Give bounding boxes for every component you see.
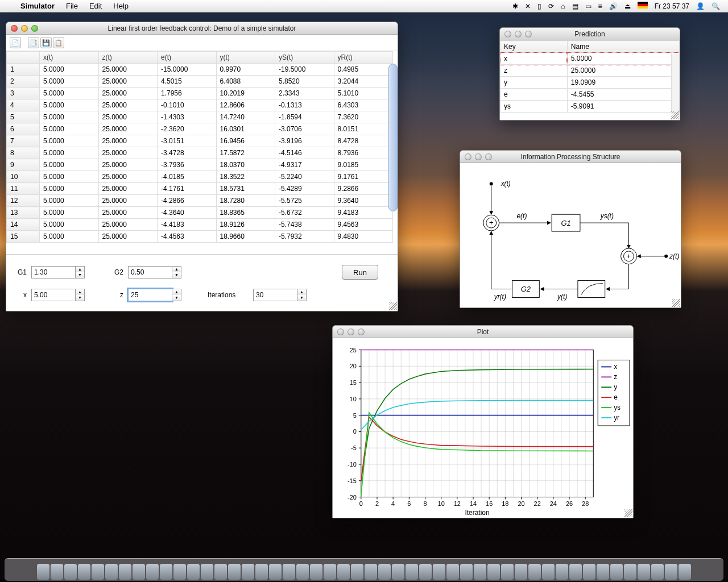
dock-item[interactable] xyxy=(460,564,473,580)
iterations-input[interactable] xyxy=(253,289,297,301)
dock-item[interactable] xyxy=(133,564,145,580)
dock-item[interactable] xyxy=(679,564,691,580)
dock-item[interactable] xyxy=(173,564,186,580)
status-icon[interactable]: ✱ xyxy=(509,2,522,10)
table-row[interactable]: 155.000025.0000-4.456318.9660-5.79329.48… xyxy=(7,231,393,243)
stepper-icon[interactable]: ▲▼ xyxy=(172,266,181,278)
clock[interactable]: Fr 23 57 37 xyxy=(651,2,693,10)
table-row[interactable]: 15.000025.0000-15.00000.9970-19.50000.49… xyxy=(7,64,393,76)
column-header[interactable] xyxy=(7,52,40,64)
column-header[interactable]: yS(t) xyxy=(275,52,334,64)
dock[interactable]: document.write(Array.from({length:48}).m… xyxy=(5,558,723,581)
dock-item[interactable] xyxy=(242,564,254,580)
dock-item[interactable] xyxy=(501,564,514,580)
zoom-icon[interactable] xyxy=(358,329,365,335)
dock-item[interactable] xyxy=(37,564,49,580)
dock-item[interactable] xyxy=(638,564,650,580)
column-header[interactable]: e(t) xyxy=(158,52,217,64)
table-row[interactable]: 135.000025.0000-4.364018.8365-5.67329.41… xyxy=(7,207,393,219)
resize-handle[interactable] xyxy=(624,509,632,517)
table-row[interactable]: 55.000025.0000-1.430314.7240-1.85947.362… xyxy=(7,111,393,123)
stepper-icon[interactable]: ▲▼ xyxy=(297,289,307,301)
dock-item[interactable] xyxy=(392,564,404,580)
minimize-icon[interactable] xyxy=(21,25,28,32)
dock-item[interactable] xyxy=(146,564,159,580)
zoom-icon[interactable] xyxy=(31,25,38,32)
dock-item[interactable] xyxy=(569,564,582,580)
minimize-icon[interactable] xyxy=(348,329,354,335)
dock-item[interactable] xyxy=(51,564,63,580)
table-row[interactable]: 105.000025.0000-4.018518.3522-5.22409.17… xyxy=(7,171,393,183)
dock-item[interactable] xyxy=(487,564,500,580)
resize-handle[interactable] xyxy=(389,302,397,310)
dock-item[interactable] xyxy=(296,564,309,580)
table-row[interactable]: 25.000025.00004.50156.40885.85203.2044 xyxy=(7,76,393,88)
dock-item[interactable] xyxy=(119,564,131,580)
table-row[interactable]: 115.000025.0000-4.176118.5731-5.42899.28… xyxy=(7,183,393,195)
stepper-icon[interactable]: ▲▼ xyxy=(76,266,85,278)
dock-item[interactable] xyxy=(556,564,568,580)
table-row[interactable]: 35.000025.00001.795610.20192.33435.1010 xyxy=(7,88,393,99)
dock-item[interactable] xyxy=(187,564,200,580)
g1-input[interactable] xyxy=(31,266,76,278)
table-row[interactable]: x5.0000 xyxy=(500,53,680,65)
dock-item[interactable] xyxy=(105,564,118,580)
dock-item[interactable] xyxy=(310,564,322,580)
dock-item[interactable] xyxy=(92,564,104,580)
table-row[interactable]: z25.0000 xyxy=(500,65,680,77)
prediction-table[interactable]: KeyNamex5.0000z25.0000y19.0909e-4.5455ys… xyxy=(500,40,680,113)
dock-item[interactable] xyxy=(610,564,623,580)
status-icon[interactable]: ⌂ xyxy=(557,2,568,10)
save-icon[interactable]: 💾 xyxy=(40,37,52,48)
dock-item[interactable] xyxy=(583,564,595,580)
close-icon[interactable] xyxy=(504,31,511,38)
export-icon[interactable]: 📋 xyxy=(53,37,64,48)
table-row[interactable]: 75.000025.0000-3.015116.9456-3.91968.472… xyxy=(7,135,393,147)
dock-item[interactable] xyxy=(351,564,363,580)
dock-item[interactable] xyxy=(406,564,418,580)
table-row[interactable]: 125.000025.0000-4.286618.7280-5.57259.36… xyxy=(7,195,393,207)
column-header[interactable]: x(t) xyxy=(40,52,99,64)
dock-item[interactable] xyxy=(542,564,555,580)
dock-item[interactable] xyxy=(378,564,391,580)
dock-item[interactable] xyxy=(324,564,336,580)
table-row[interactable]: ys-5.9091 xyxy=(500,101,680,113)
zoom-icon[interactable] xyxy=(485,153,492,160)
zoom-icon[interactable] xyxy=(525,31,532,38)
dock-item[interactable] xyxy=(474,564,486,580)
column-header[interactable]: Key xyxy=(500,41,568,53)
app-name[interactable]: Simulator xyxy=(15,2,60,10)
status-icon[interactable]: ✕ xyxy=(522,2,534,10)
column-header[interactable]: z(t) xyxy=(98,52,158,64)
dock-item[interactable] xyxy=(255,564,268,580)
status-icon[interactable]: ≡ xyxy=(595,2,606,10)
new-doc-icon[interactable]: 📄 xyxy=(10,37,21,48)
dock-item[interactable] xyxy=(64,564,77,580)
dock-item[interactable] xyxy=(269,564,282,580)
menu-file[interactable]: File xyxy=(60,2,84,10)
close-icon[interactable] xyxy=(465,153,471,160)
dock-item[interactable] xyxy=(283,564,295,580)
dock-item[interactable] xyxy=(160,564,172,580)
column-header[interactable]: Name xyxy=(567,41,679,53)
dock-item[interactable] xyxy=(597,564,609,580)
table-row[interactable]: 45.000025.0000-0.101012.8606-0.13136.430… xyxy=(7,99,393,111)
g2-input[interactable] xyxy=(128,266,172,278)
data-table[interactable]: x(t)z(t)e(t)y(t)yS(t)yR(t) 15.000025.000… xyxy=(6,51,393,243)
titlebar[interactable]: Linear first order feedback control: Dem… xyxy=(6,22,398,35)
stepper-icon[interactable]: ▲▼ xyxy=(76,289,85,301)
dock-item[interactable] xyxy=(433,564,445,580)
menu-edit[interactable]: Edit xyxy=(84,2,107,10)
dock-item[interactable] xyxy=(214,564,227,580)
dock-item[interactable] xyxy=(624,564,636,580)
resize-handle[interactable] xyxy=(671,111,679,119)
titlebar[interactable]: Plot xyxy=(333,326,633,338)
dock-item[interactable] xyxy=(78,564,90,580)
spotlight-icon[interactable]: 🔍 xyxy=(708,2,723,10)
titlebar[interactable]: Information Processing Structure xyxy=(460,151,681,163)
flag-icon[interactable] xyxy=(634,2,651,10)
close-icon[interactable] xyxy=(11,25,18,32)
minimize-icon[interactable] xyxy=(515,31,522,38)
scrollbar[interactable] xyxy=(388,64,398,211)
close-icon[interactable] xyxy=(337,329,344,335)
